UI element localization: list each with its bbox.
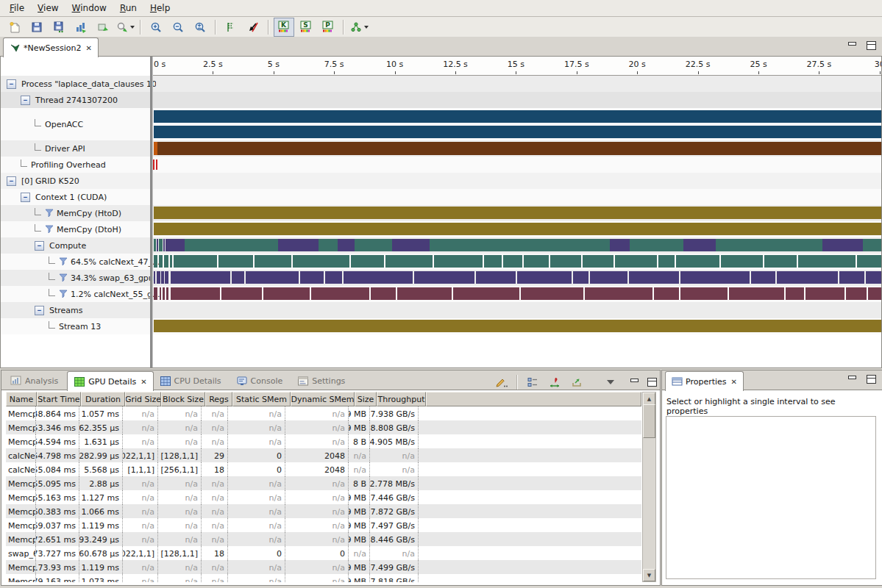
- timeline-interval-bar[interactable]: [300, 271, 324, 284]
- timeline-interval-bar[interactable]: [866, 271, 881, 284]
- timeline-interval-bar[interactable]: [171, 271, 230, 284]
- timeline-row-track[interactable]: [152, 254, 881, 270]
- timeline-interval-bar[interactable]: [154, 239, 156, 251]
- timeline-interval-bar[interactable]: [154, 255, 157, 268]
- properties-maximize-icon[interactable]: [866, 375, 876, 384]
- timeline-interval-bar[interactable]: [615, 255, 657, 268]
- timeline-interval-bar[interactable]: [166, 287, 168, 300]
- tab-cpu-details[interactable]: CPU Details: [154, 371, 230, 391]
- column-header-size[interactable]: Size: [355, 392, 377, 406]
- timeline-interval-bar[interactable]: [165, 271, 168, 284]
- save-all-button[interactable]: [49, 18, 69, 37]
- timeline-minimize-icon[interactable]: [847, 41, 857, 50]
- timeline-interval-bar[interactable]: [839, 271, 864, 284]
- table-row[interactable]: Memcp172.651 ms93.249 µsn/an/an/an/an/a9…: [6, 532, 641, 546]
- timeline-interval-bar[interactable]: [163, 239, 166, 251]
- timeline-interval-bar[interactable]: [156, 159, 157, 170]
- column-header-regs[interactable]: Regs: [205, 392, 232, 406]
- timeline-interval-bar[interactable]: [453, 287, 519, 300]
- session-tab-close-icon[interactable]: ✕: [85, 44, 91, 52]
- timeline-row-memcpy-dtoh[interactable]: MemCpy (DtoH): [1, 221, 881, 237]
- source-mode-button[interactable]: S: [296, 18, 316, 37]
- timeline-interval-bar[interactable]: [777, 271, 838, 284]
- timeline-row-compute[interactable]: −Compute: [1, 237, 881, 254]
- timeline-interval-bar[interactable]: [160, 287, 161, 300]
- table-row[interactable]: Memcp169.037 ms1.119 msn/an/an/an/an/a9 …: [6, 518, 641, 532]
- timeline-interval-bar[interactable]: [255, 255, 291, 268]
- timeline-interval-bar[interactable]: [654, 287, 679, 300]
- timeline-interval-bar[interactable]: [263, 287, 310, 300]
- timeline-interval-bar[interactable]: [786, 287, 804, 300]
- timeline-row-profiling-overhead[interactable]: Profiling Overhead: [1, 157, 881, 173]
- table-row[interactable]: Memcp160.383 ms1.066 msn/an/an/an/an/a9 …: [6, 504, 641, 518]
- timeline-interval-bar[interactable]: [351, 255, 384, 268]
- timeline-row-memcpy-htod[interactable]: MemCpy (HtoD): [1, 205, 881, 221]
- view-menu-button[interactable]: [600, 373, 621, 392]
- timeline-interval-bar[interactable]: [154, 142, 881, 155]
- menu-help[interactable]: Help: [143, 1, 177, 15]
- menu-run[interactable]: Run: [113, 1, 143, 15]
- timeline-interval-bar[interactable]: [161, 271, 164, 284]
- timeline-interval-bar[interactable]: [798, 255, 856, 268]
- timeline-interval-bar[interactable]: [716, 239, 753, 251]
- timeline-interval-bar[interactable]: [573, 271, 588, 284]
- timeline-interval-bar[interactable]: [355, 239, 393, 251]
- timeline-interval-bar[interactable]: [729, 287, 784, 300]
- details-maximize-icon[interactable]: [647, 378, 657, 387]
- table-row[interactable]: Memcp148.864 ms1.057 msn/an/an/an/an/a9 …: [6, 406, 641, 420]
- timeline-interval-bar[interactable]: [857, 255, 881, 268]
- tab-close-icon[interactable]: ✕: [141, 378, 146, 386]
- timeline-row-0-grid-k520[interactable]: −[0] GRID K520: [1, 173, 881, 189]
- timeline-interval-bar[interactable]: [153, 159, 154, 170]
- timeline-splitter-handle[interactable]: [150, 57, 153, 368]
- timeline-interval-bar[interactable]: [805, 287, 844, 300]
- new-session-button[interactable]: [4, 18, 25, 37]
- timeline-interval-bar[interactable]: [658, 255, 675, 268]
- timeline-interval-bar[interactable]: [392, 239, 429, 251]
- tree-collapse-icon[interactable]: −: [7, 176, 16, 186]
- timeline-row-label[interactable]: −Context 1 (CUDA): [1, 189, 170, 205]
- timeline-row-context-1-cuda[interactable]: −Context 1 (CUDA): [1, 189, 881, 205]
- column-header-block-size[interactable]: Block Size: [161, 392, 205, 406]
- timeline-row-label[interactable]: −Process "laplace_data_clauses 10...: [1, 76, 156, 92]
- tab-analysis[interactable]: Analysis: [4, 371, 67, 391]
- timeline-row-stream-13[interactable]: Stream 13: [1, 318, 881, 334]
- timeline-interval-bar[interactable]: [385, 255, 433, 268]
- group-layout-button[interactable]: [522, 373, 543, 392]
- timeline-interval-bar[interactable]: [216, 239, 279, 251]
- timeline-interval-bar[interactable]: [503, 255, 522, 268]
- timeline-row-track[interactable]: [152, 92, 881, 108]
- tab-settings[interactable]: Settings: [291, 371, 354, 391]
- timeline-row-track[interactable]: [152, 140, 881, 157]
- timeline-interval-bar[interactable]: [163, 287, 165, 300]
- timeline-interval-bar[interactable]: [610, 239, 629, 251]
- timeline-interval-bar[interactable]: [171, 287, 219, 300]
- table-row[interactable]: Memcp154.594 ms1.631 µsn/an/an/an/an/a8 …: [6, 434, 641, 448]
- table-row[interactable]: Memcp155.095 ms2.88 µsn/an/an/an/an/a8 B…: [6, 476, 641, 490]
- session-tab[interactable]: *NewSession2 ✕: [3, 37, 99, 57]
- timeline-interval-bar[interactable]: [154, 142, 157, 155]
- table-row[interactable]: Memcp179.163 ms1.073 msn/an/an/an/an/a9 …: [6, 574, 641, 582]
- timeline-row-track[interactable]: [152, 237, 881, 254]
- tree-collapse-icon[interactable]: −: [35, 306, 44, 315]
- timeline-interval-bar[interactable]: [397, 287, 452, 300]
- zoom-in-button[interactable]: [146, 18, 166, 37]
- timeline-interval-bar[interactable]: [550, 255, 582, 268]
- timeline-row-driver-api[interactable]: Driver API: [1, 140, 881, 157]
- timeline-interval-bar[interactable]: [278, 239, 319, 251]
- timeline-interval-bar[interactable]: [154, 110, 881, 123]
- timeline-row-34-3-swap-63-gpu[interactable]: 34.3% swap_63_gpu: [1, 270, 881, 286]
- timeline-row-label[interactable]: Profiling Overhead: [1, 157, 170, 173]
- timeline-interval-bar[interactable]: [585, 287, 652, 300]
- timeline-row-process-laplace-data-clauses-10[interactable]: −Process "laplace_data_clauses 10...: [1, 76, 881, 92]
- timeline-interval-bar[interactable]: [484, 255, 502, 268]
- timeline-row-1-2-calcnext-55-g[interactable]: 1.2% calcNext_55_g...: [1, 286, 881, 302]
- column-header-grid-size[interactable]: Grid Size: [125, 392, 161, 406]
- reset-pointer-button[interactable]: [243, 18, 263, 37]
- zoom-out-button[interactable]: [168, 18, 188, 37]
- timeline-interval-bar[interactable]: [774, 239, 822, 251]
- menu-view[interactable]: View: [31, 1, 65, 15]
- timeline-row-track[interactable]: [152, 173, 881, 189]
- timeline-maximize-icon[interactable]: [866, 41, 876, 50]
- timeline-row-streams[interactable]: −Streams: [1, 302, 881, 318]
